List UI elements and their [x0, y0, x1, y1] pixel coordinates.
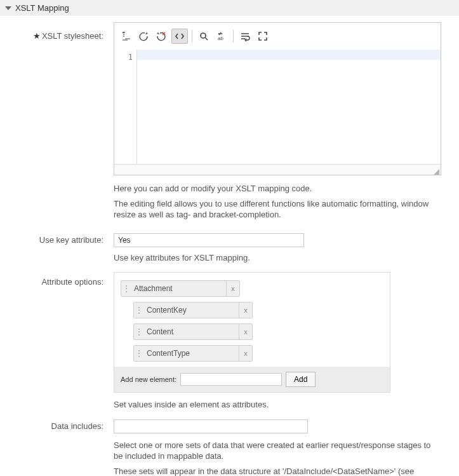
drag-handle-icon[interactable]: ⋮: [121, 284, 131, 293]
required-star-icon: ★: [33, 31, 41, 41]
attr-options-label: Attribute options:: [41, 277, 103, 287]
line-number: 1: [114, 52, 133, 62]
fullscreen-button[interactable]: [255, 29, 270, 44]
word-wrap-icon: [240, 31, 250, 41]
close-icon: x: [244, 306, 248, 314]
attr-item-content[interactable]: ⋮ Content x: [133, 323, 253, 340]
discard-button[interactable]: [154, 29, 169, 44]
attribute-options-box: ⋮ Attachment x ⋮ ContentKey x ⋮ Content …: [114, 272, 390, 393]
word-wrap-button[interactable]: [237, 29, 253, 44]
remove-button[interactable]: x: [239, 324, 252, 339]
data-includes-input[interactable]: [114, 419, 308, 433]
search-button[interactable]: [196, 29, 211, 44]
format-icon: [121, 31, 131, 41]
attr-item-name: ContentKey: [144, 306, 239, 315]
drag-handle-icon[interactable]: ⋮: [134, 306, 144, 315]
remove-button[interactable]: x: [239, 303, 252, 318]
resize-handle-icon: [434, 169, 439, 175]
section-title: XSLT Mapping: [15, 3, 69, 13]
toolbar-separator: [192, 30, 192, 43]
data-includes-help-2: These sets will appear in the data struc…: [114, 466, 441, 476]
close-icon: x: [244, 328, 248, 336]
stylesheet-help-1: Here you can add or modify your XSLT map…: [114, 183, 441, 194]
use-key-label: Use key attribute:: [39, 235, 103, 245]
replace-icon: ab: [216, 31, 227, 41]
attr-item-attachment[interactable]: ⋮ Attachment x: [121, 280, 240, 297]
data-includes-label: Data includes:: [51, 421, 103, 431]
data-includes-help-1: Select one or more sets of data that wer…: [114, 440, 441, 462]
line-gutter: 1: [114, 50, 137, 164]
drag-handle-icon[interactable]: ⋮: [134, 327, 144, 336]
caret-down-icon: [5, 6, 11, 10]
code-area[interactable]: 1: [114, 50, 441, 164]
use-key-dropdown[interactable]: Yes: [114, 233, 304, 247]
drag-handle-icon[interactable]: ⋮: [134, 349, 144, 358]
code-editor: ab: [114, 22, 441, 175]
code-line: [137, 50, 441, 60]
code-view-button[interactable]: [171, 29, 188, 44]
editor-toolbar: ab: [114, 23, 441, 50]
search-icon: [199, 31, 209, 41]
attr-options-help: Set values inside an element as attribut…: [114, 399, 441, 411]
add-element-row: Add new element: Add: [114, 367, 390, 392]
remove-button[interactable]: x: [226, 281, 239, 296]
code-textarea[interactable]: [137, 50, 441, 164]
attr-item-contenttype[interactable]: ⋮ ContentType x: [133, 345, 253, 362]
undo-button[interactable]: [136, 29, 151, 44]
close-icon: x: [231, 285, 235, 292]
add-element-input[interactable]: [180, 373, 282, 386]
attr-item-contentkey[interactable]: ⋮ ContentKey x: [133, 302, 253, 318]
undo-icon: [138, 31, 149, 41]
replace-button[interactable]: ab: [214, 29, 229, 44]
resize-bar[interactable]: [114, 164, 441, 175]
code-icon: [175, 31, 185, 41]
add-element-button[interactable]: Add: [286, 372, 316, 387]
fullscreen-icon: [258, 31, 268, 41]
svg-point-0: [201, 33, 206, 38]
attr-item-name: Content: [144, 327, 239, 336]
attr-item-name: Attachment: [131, 284, 226, 293]
toolbar-separator: [233, 30, 234, 43]
use-key-help: Use key attributes for XSLT mapping.: [114, 252, 441, 264]
close-icon: x: [244, 350, 248, 357]
use-key-value: Yes: [118, 236, 131, 245]
discard-icon: [156, 31, 166, 41]
remove-button[interactable]: x: [239, 346, 252, 361]
svg-text:ab: ab: [218, 36, 223, 41]
format-button[interactable]: [118, 29, 133, 44]
attr-item-name: ContentType: [144, 349, 239, 358]
add-element-label: Add new element:: [121, 376, 176, 383]
section-header[interactable]: XSLT Mapping: [0, 0, 459, 16]
stylesheet-label: XSLT stylesheet:: [42, 31, 103, 41]
stylesheet-help-2: The editing field allows you to use diff…: [114, 198, 441, 221]
